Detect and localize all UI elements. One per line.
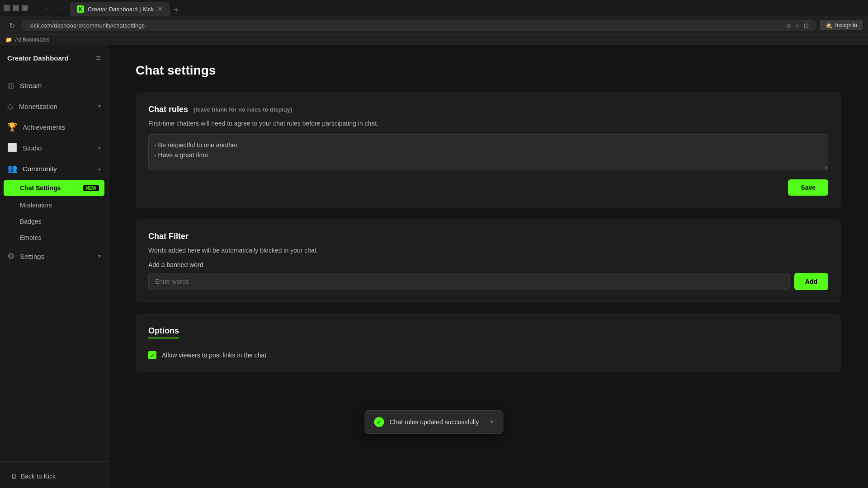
sidebar-footer: 🖥 Back to Kick [0, 461, 108, 488]
badges-label: Badges [20, 218, 41, 225]
community-sub-nav: Chat Settings NEW Moderators Badges Emot… [0, 180, 108, 246]
chat-filter-card: Chat Filter Words added here will be aut… [136, 219, 841, 303]
sidebar-header: Creator Dashboard ≡ [0, 45, 108, 71]
browser-right-controls: 🕵 Incognito [820, 20, 863, 30]
allow-links-row: ✓ Allow viewers to post links in the cha… [148, 351, 828, 359]
chat-rules-description: First-time chatters will need to agree t… [148, 120, 828, 127]
close-button[interactable]: ✕ [22, 5, 28, 11]
tab-group: K Creator Dashboard | Kick ✕ + [70, 0, 864, 16]
new-badge: NEW [83, 185, 99, 191]
sidebar-item-label: Community [23, 165, 57, 173]
chevron-down-icon: ▾ [98, 103, 101, 109]
allow-links-checkbox[interactable]: ✓ [148, 351, 156, 359]
address-text: kick.com/dashboard/community/chatsetting… [29, 22, 145, 29]
forward-button[interactable]: › [55, 2, 68, 14]
toast-notification: ✓ Chat rules updated successfully × [364, 410, 503, 434]
banned-input-row: Add [148, 273, 828, 290]
toast-message: Chat rules updated successfully [389, 418, 479, 426]
banned-word-input[interactable] [148, 273, 790, 290]
chat-filter-title: Chat Filter [148, 232, 828, 241]
sidebar-item-label: Studio [23, 144, 42, 152]
chat-filter-description: Words added here will be automatically b… [148, 247, 828, 254]
chat-rules-subtitle: (leave blank for no rules to display) [193, 106, 292, 113]
chat-rules-footer: Save [148, 179, 828, 196]
tab-bar: – □ ✕ ‹ › K Creator Dashboard | Kick ✕ + [0, 0, 868, 16]
tab-favicon: K [77, 5, 84, 13]
achievements-icon: 🏆 [7, 122, 17, 132]
bookmarks-bar: 📁 All Bookmarks [0, 34, 868, 45]
sidebar-item-label: Stream [20, 82, 42, 89]
sidebar-item-studio[interactable]: ⬜ Studio ▾ [0, 137, 108, 158]
options-title-wrapper: Options [148, 326, 828, 346]
window-controls: – □ ✕ [4, 5, 28, 11]
incognito-button[interactable]: 🕵 Incognito [820, 20, 863, 30]
sidebar-menu-icon[interactable]: ≡ [96, 53, 101, 63]
studio-icon: ⬜ [7, 143, 17, 153]
address-bar[interactable]: kick.com/dashboard/community/chatsetting… [22, 20, 816, 31]
chat-settings-label: Chat Settings [20, 184, 61, 192]
sidebar-item-emotes[interactable]: Emotes [0, 230, 108, 246]
page-title: Chat settings [136, 63, 841, 78]
sidebar-item-stream[interactable]: ◎ Stream [0, 75, 108, 96]
back-button[interactable]: ‹ [41, 2, 53, 14]
back-to-kick-button[interactable]: 🖥 Back to Kick [4, 467, 104, 485]
tab-close-button[interactable]: ✕ [157, 5, 163, 13]
sidebar-item-monetization[interactable]: ◇ Monetization ▾ [0, 96, 108, 117]
allow-links-label: Allow viewers to post links in the chat [162, 352, 266, 359]
sidebar-item-settings[interactable]: ⚙ Settings ▾ [0, 246, 108, 267]
back-icon: 🖥 [11, 473, 17, 480]
toast-success-icon: ✓ [374, 417, 384, 427]
moderators-label: Moderators [20, 202, 52, 209]
options-card: Options ✓ Allow viewers to post links in… [136, 314, 841, 372]
chevron-down-icon: ▾ [98, 253, 101, 259]
sidebar-item-badges[interactable]: Badges [0, 213, 108, 230]
stream-icon: ◎ [7, 80, 14, 90]
bookmarks-label: All Bookmarks [15, 37, 50, 43]
sidebar-nav: ◎ Stream ◇ Monetization ▾ 🏆 Achievements… [0, 71, 108, 461]
sidebar: Creator Dashboard ≡ ◎ Stream ◇ Monetizat… [0, 45, 108, 488]
maximize-button[interactable]: □ [13, 5, 19, 11]
add-banned-word-button[interactable]: Add [794, 273, 828, 290]
settings-icon: ⚙ [7, 251, 14, 261]
sidebar-item-label: Settings [20, 253, 44, 260]
chevron-down-icon: ▾ [98, 145, 101, 151]
refresh-button[interactable]: ↻ [5, 19, 18, 32]
emotes-label: Emotes [20, 234, 41, 241]
options-title: Options [148, 326, 179, 338]
active-tab[interactable]: K Creator Dashboard | Kick ✕ [70, 2, 170, 16]
incognito-icon: 🕵 [826, 22, 832, 28]
back-to-kick-label: Back to Kick [21, 473, 56, 480]
chat-rules-textarea[interactable]: - Be respectful to one another - Have a … [148, 134, 828, 170]
address-bar-row: ↻ kick.com/dashboard/community/chatsetti… [0, 16, 868, 34]
new-tab-button[interactable]: + [170, 4, 183, 16]
address-icons: ⊘ ☆ ⊡ [786, 22, 809, 29]
sidebar-item-label: Monetization [19, 103, 57, 110]
chat-rules-title: Chat rules (leave blank for no rules to … [148, 105, 828, 114]
sidebar-item-label: Achievements [23, 123, 65, 131]
sidebar-item-moderators[interactable]: Moderators [0, 197, 108, 213]
minimize-button[interactable]: – [4, 5, 10, 11]
chat-rules-card: Chat rules (leave blank for no rules to … [136, 92, 841, 208]
sidebar-item-achievements[interactable]: 🏆 Achievements [0, 117, 108, 137]
camera-off-icon: ⊘ [786, 22, 791, 29]
toast-close-button[interactable]: × [490, 418, 494, 426]
save-chat-rules-button[interactable]: Save [788, 179, 828, 196]
sidebar-item-chat-settings[interactable]: Chat Settings NEW [4, 180, 104, 196]
bookmarks-folder-icon: 📁 [5, 37, 12, 43]
sidebar-title: Creator Dashboard [7, 54, 69, 62]
add-banned-label: Add a banned word [148, 261, 828, 268]
bookmark-icon[interactable]: ☆ [795, 22, 800, 29]
tab-title: Creator Dashboard | Kick [88, 6, 154, 13]
monetization-icon: ◇ [7, 101, 14, 111]
community-icon: 👥 [7, 164, 17, 174]
sidebar-item-community[interactable]: 👥 Community ▴ [0, 158, 108, 179]
device-icon[interactable]: ⊡ [804, 22, 809, 29]
browser-chrome: – □ ✕ ‹ › K Creator Dashboard | Kick ✕ +… [0, 0, 868, 45]
chevron-up-icon: ▴ [98, 165, 101, 172]
